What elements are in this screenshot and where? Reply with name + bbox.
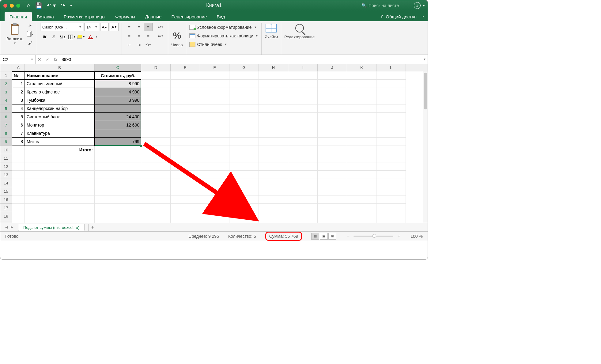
cell[interactable] xyxy=(318,88,347,96)
spreadsheet-grid[interactable]: A B C D E F G H I J K L 1 2 3 4 5 6 7 8 … xyxy=(0,64,428,223)
row-header[interactable]: 9 xyxy=(0,138,12,146)
cell[interactable] xyxy=(171,162,200,171)
cell[interactable] xyxy=(259,138,288,146)
cell[interactable] xyxy=(318,154,347,162)
cell[interactable] xyxy=(376,162,406,171)
row-header[interactable]: 10 xyxy=(0,146,12,154)
wrap-text-button[interactable]: ↩▼ xyxy=(156,23,165,31)
cell[interactable]: 3 xyxy=(12,96,25,104)
cell[interactable] xyxy=(95,187,141,195)
cell[interactable] xyxy=(200,171,229,179)
cell[interactable] xyxy=(25,195,95,204)
cell[interactable] xyxy=(141,71,171,80)
cell[interactable] xyxy=(259,220,288,223)
cell[interactable] xyxy=(376,195,406,204)
cell[interactable] xyxy=(288,80,318,88)
increase-font-button[interactable]: A▲ xyxy=(100,23,109,31)
cell[interactable] xyxy=(318,212,347,220)
cell[interactable] xyxy=(200,71,229,80)
cell[interactable] xyxy=(95,195,141,204)
cell[interactable] xyxy=(259,162,288,171)
cell[interactable] xyxy=(171,113,200,121)
cell[interactable] xyxy=(229,212,259,220)
cell[interactable]: Стоимость, руб. xyxy=(95,71,141,80)
tab-insert[interactable]: Вставка xyxy=(32,12,59,21)
format-painter-button[interactable] xyxy=(27,40,34,46)
copy-button[interactable]: ▼ xyxy=(27,32,34,37)
cell[interactable] xyxy=(376,154,406,162)
align-middle-button[interactable]: ≡ xyxy=(134,23,143,31)
cell[interactable]: 7 xyxy=(12,129,25,138)
cell[interactable]: Тумбочка xyxy=(25,96,95,104)
cell[interactable] xyxy=(25,220,95,223)
expand-formula-bar-icon[interactable]: ▼ xyxy=(421,58,428,61)
find-button[interactable] xyxy=(293,23,306,33)
sheet-search[interactable]: 🔍 xyxy=(361,3,411,8)
col-header-G[interactable]: G xyxy=(229,64,259,71)
cell[interactable] xyxy=(259,121,288,129)
cell[interactable] xyxy=(288,154,318,162)
cell[interactable]: № xyxy=(12,71,25,80)
cell[interactable]: Клавиатура xyxy=(25,129,95,138)
collapse-ribbon-icon[interactable]: ˄ xyxy=(422,15,425,21)
cell[interactable] xyxy=(318,162,347,171)
cell[interactable] xyxy=(12,179,25,187)
cell[interactable] xyxy=(347,195,376,204)
row-header[interactable]: 18 xyxy=(0,212,12,220)
cell[interactable] xyxy=(141,220,171,223)
cell[interactable] xyxy=(200,220,229,223)
col-header-J[interactable]: J xyxy=(318,64,347,71)
cell[interactable] xyxy=(171,129,200,138)
cell[interactable] xyxy=(376,121,406,129)
cell[interactable] xyxy=(171,212,200,220)
col-header-I[interactable]: I xyxy=(288,64,318,71)
cell[interactable] xyxy=(200,121,229,129)
cell[interactable] xyxy=(376,212,406,220)
cell[interactable] xyxy=(259,96,288,104)
cell[interactable] xyxy=(318,138,347,146)
cell[interactable] xyxy=(318,121,347,129)
cell[interactable] xyxy=(95,171,141,179)
cell[interactable] xyxy=(95,220,141,223)
tab-layout[interactable]: Разметка страницы xyxy=(59,12,110,21)
cell[interactable]: 3 990 xyxy=(95,96,141,104)
row-header[interactable]: 14 xyxy=(0,179,12,187)
cell[interactable] xyxy=(376,146,406,154)
cell[interactable] xyxy=(200,138,229,146)
zoom-out-button[interactable]: − xyxy=(346,233,350,239)
cell[interactable] xyxy=(318,220,347,223)
row-header[interactable]: 13 xyxy=(0,171,12,179)
vertical-scrollbar[interactable] xyxy=(423,71,428,223)
cell-styles-button[interactable]: Стили ячеек▼ xyxy=(189,40,258,49)
cell[interactable] xyxy=(318,104,347,113)
row-header[interactable]: 2 xyxy=(0,80,12,88)
save-icon[interactable]: 💾 xyxy=(35,2,42,9)
cell[interactable] xyxy=(347,187,376,195)
cell[interactable]: Кресло офисное xyxy=(25,88,95,96)
cell[interactable] xyxy=(141,121,171,129)
name-box[interactable]: C2▼ xyxy=(0,55,36,64)
cell[interactable] xyxy=(229,179,259,187)
tab-data[interactable]: Данные xyxy=(140,12,166,21)
view-page-layout-button[interactable]: ▣ xyxy=(320,233,328,240)
font-size-combo[interactable]: 14▼ xyxy=(84,23,99,31)
cell[interactable] xyxy=(200,129,229,138)
cell[interactable] xyxy=(95,204,141,212)
confirm-edit-button[interactable]: ✓ xyxy=(43,55,51,64)
cell[interactable]: 1 xyxy=(12,80,25,88)
cell[interactable] xyxy=(171,146,200,154)
cell[interactable] xyxy=(25,179,95,187)
maximize-window[interactable] xyxy=(16,4,20,8)
zoom-level[interactable]: 100 % xyxy=(410,234,423,239)
cell[interactable] xyxy=(376,138,406,146)
cell[interactable] xyxy=(229,129,259,138)
decrease-indent-button[interactable]: ⇤ xyxy=(125,41,134,49)
cell[interactable] xyxy=(141,80,171,88)
merge-button[interactable]: ⬌▼ xyxy=(156,32,165,40)
cell[interactable] xyxy=(376,179,406,187)
selection-handle[interactable] xyxy=(140,145,142,147)
cell[interactable] xyxy=(141,212,171,220)
cell[interactable] xyxy=(171,138,200,146)
col-header-A[interactable]: A xyxy=(12,64,25,71)
cell[interactable] xyxy=(141,179,171,187)
